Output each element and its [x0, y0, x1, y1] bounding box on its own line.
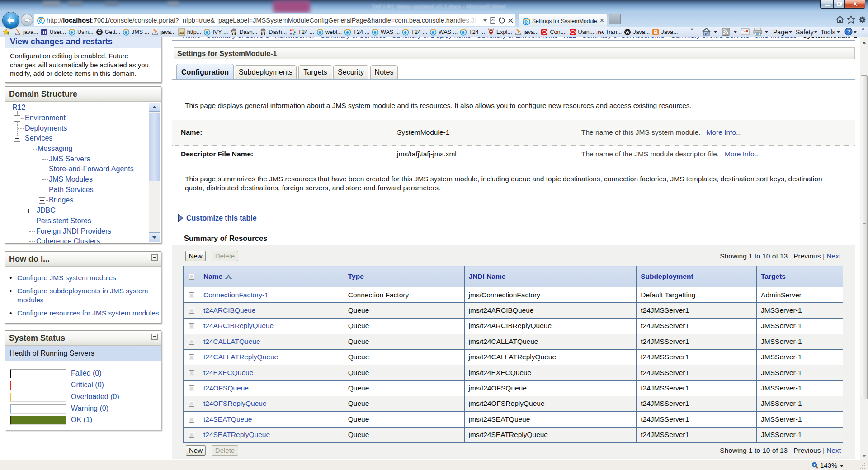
- svg-text:W: W: [599, 29, 604, 36]
- svg-text:e: e: [124, 29, 127, 35]
- svg-text:R: R: [42, 29, 47, 36]
- svg-text:e: e: [404, 29, 407, 35]
- svg-text:B: B: [654, 29, 658, 36]
- svg-text:e: e: [70, 29, 73, 35]
- svg-text:e: e: [346, 29, 349, 35]
- svg-text:?: ?: [847, 29, 850, 34]
- svg-text:e: e: [318, 29, 321, 35]
- svg-text:e: e: [431, 29, 434, 35]
- svg-text:e: e: [373, 29, 376, 35]
- svg-text:e: e: [462, 29, 465, 35]
- svg-text:e: e: [206, 29, 208, 35]
